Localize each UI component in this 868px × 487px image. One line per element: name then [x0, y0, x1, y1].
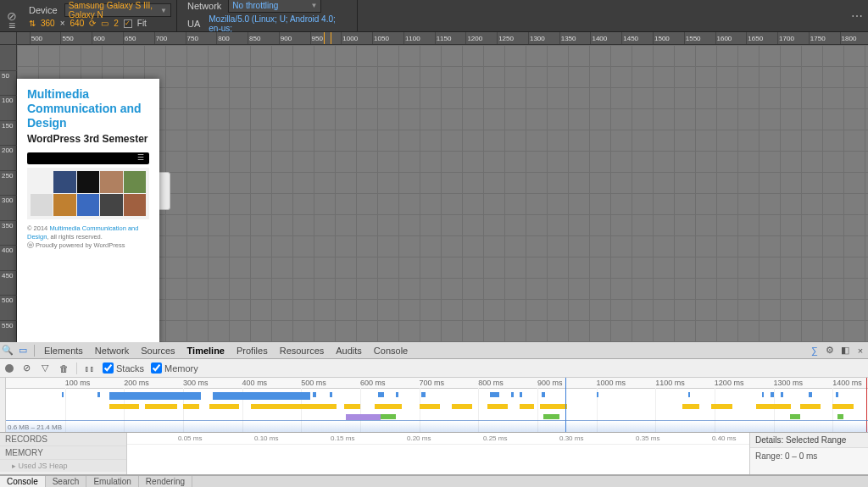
reload-icon[interactable]: ⟳ [89, 19, 96, 28]
tab-timeline[interactable]: Timeline [181, 343, 231, 358]
timeline-bar[interactable] [800, 404, 821, 409]
timeline-overview[interactable]: 100 ms200 ms300 ms400 ms500 ms600 ms700 … [0, 378, 868, 433]
axis-tick: 0.05 ms [178, 434, 202, 442]
timeline-bar[interactable] [145, 404, 177, 409]
drawer-tab-console[interactable]: Console [0, 476, 46, 487]
device-frame[interactable]: Multimedia Communication and Design Word… [17, 79, 159, 342]
device-select[interactable]: Samsung Galaxy S III, Galaxy N ▼ [64, 3, 171, 17]
filter-icon[interactable]: ▽ [39, 362, 51, 374]
timeline-bar[interactable] [109, 392, 201, 400]
close-icon[interactable]: × [853, 346, 868, 356]
axis-tick: 0.25 ms [483, 434, 507, 442]
tab-network[interactable]: Network [89, 343, 135, 358]
times-label: × [60, 19, 65, 28]
ua-value[interactable]: Mozilla/5.0 (Linux; U; Android 4.0; en-u… [209, 14, 347, 33]
timeline-bar[interactable] [346, 414, 381, 420]
timeline-bar[interactable] [711, 404, 732, 409]
flame-icon[interactable]: ⫾⫾ [84, 363, 96, 374]
timeline-bar[interactable] [396, 392, 398, 397]
axis-tick: 0.15 ms [331, 434, 354, 442]
axis-tick: 600 ms [360, 379, 386, 387]
timeline-bar[interactable] [330, 392, 332, 397]
timeline-bar[interactable] [490, 392, 498, 397]
timeline-bar[interactable] [682, 404, 700, 409]
timeline-bar[interactable] [520, 404, 534, 409]
timeline-bar[interactable] [375, 404, 401, 409]
gear-icon[interactable]: ⚙ [822, 345, 837, 356]
tab-sources[interactable]: Sources [135, 343, 181, 358]
stacks-checkbox[interactable]: Stacks [103, 362, 144, 374]
timeline-bar[interactable] [452, 404, 472, 409]
timeline-bar[interactable] [781, 392, 783, 397]
network-select-value: No throttling [232, 1, 278, 10]
device-mode-icon[interactable]: ▭ [15, 345, 31, 356]
gc-icon[interactable]: 🗑 [58, 363, 70, 374]
axis-tick: 0.40 ms [712, 434, 736, 442]
timeline-bar[interactable] [420, 404, 440, 409]
timeline-bar[interactable] [251, 404, 337, 409]
details-pane: Details: Selected Range Range: 0 – 0 ms [749, 433, 868, 474]
image-grid[interactable] [27, 168, 149, 219]
timeline-bar[interactable] [209, 404, 239, 409]
axis-tick: 0.30 ms [559, 434, 583, 442]
timeline-bar[interactable] [771, 392, 773, 397]
chevron-down-icon: ▼ [310, 2, 317, 9]
details-header: Details: Selected Range [750, 433, 868, 448]
viewport-width[interactable]: 360 [41, 19, 55, 28]
timeline-bar[interactable] [213, 392, 310, 400]
dpr-value[interactable]: 2 [114, 19, 119, 28]
powered-by: Proudly powered by WordPress [34, 241, 125, 249]
axis-tick: 1000 ms [597, 379, 626, 387]
copy-icon[interactable]: ▭ [101, 19, 108, 28]
timeline-bar[interactable] [832, 404, 853, 409]
timeline-bar[interactable] [540, 404, 566, 409]
viewport-height[interactable]: 640 [70, 19, 85, 28]
timeline-bar[interactable] [543, 414, 560, 419]
align-icon[interactable]: ≡ [0, 19, 24, 32]
tab-audits[interactable]: Audits [330, 343, 368, 358]
timeline-bar[interactable] [344, 404, 360, 409]
timeline-bar[interactable] [688, 392, 690, 397]
timeline-bar[interactable] [109, 404, 139, 409]
drawer-toggle-icon[interactable]: ∑ [807, 346, 822, 356]
timeline-bar[interactable] [837, 414, 843, 419]
timeline-bar[interactable] [542, 392, 545, 397]
page-title[interactable]: Multimedia Communication and Design [27, 87, 149, 130]
drawer-tab-rendering[interactable]: Rendering [139, 476, 192, 487]
nav-hamburger[interactable] [27, 152, 149, 164]
timeline-bar[interactable] [62, 392, 64, 397]
timeline-bar[interactable] [790, 414, 800, 419]
tab-elements[interactable]: Elements [38, 343, 89, 358]
fit-checkbox[interactable]: ✓ [124, 19, 132, 28]
timeline-bar[interactable] [809, 392, 811, 397]
drawer-tab-emulation[interactable]: Emulation [86, 476, 138, 487]
search-icon[interactable]: 🔍 [0, 345, 15, 356]
devtools-panel: 🔍 ▭ ElementsNetworkSourcesTimelineProfil… [0, 342, 868, 487]
tab-console[interactable]: Console [368, 343, 414, 358]
tab-resources[interactable]: Resources [274, 343, 331, 358]
timeline-bar[interactable] [836, 392, 838, 397]
timeline-bar[interactable] [381, 414, 395, 419]
tab-profiles[interactable]: Profiles [231, 343, 274, 358]
swap-icon[interactable]: ⇅ [29, 19, 36, 28]
dock-icon[interactable]: ◧ [837, 345, 853, 356]
network-select[interactable]: No throttling ▼ [228, 0, 321, 13]
timeline-bar[interactable] [313, 392, 315, 397]
timeline-bar[interactable] [421, 392, 425, 397]
timeline-bar[interactable] [756, 404, 792, 409]
records-pane: RECORDS MEMORY ▸ Used JS Heap 0.05 ms0.1… [0, 433, 868, 475]
timeline-bar[interactable] [487, 404, 508, 409]
clear-icon[interactable]: ⊘ [20, 362, 32, 374]
timeline-bar[interactable] [97, 392, 100, 397]
drawer-tab-search[interactable]: Search [46, 476, 87, 487]
timeline-bar[interactable] [183, 404, 199, 409]
memory-checkbox[interactable]: Memory [151, 362, 198, 374]
timeline-bar[interactable] [378, 392, 384, 397]
timeline-bar[interactable] [762, 392, 764, 397]
timeline-bar[interactable] [520, 392, 522, 397]
records-body[interactable]: 0.05 ms0.10 ms0.15 ms0.20 ms0.25 ms0.30 … [127, 433, 749, 474]
timeline-bar[interactable] [597, 392, 598, 397]
timeline-bar[interactable] [511, 392, 514, 397]
more-icon[interactable]: ⋯ [846, 0, 868, 31]
record-button[interactable] [5, 364, 14, 373]
